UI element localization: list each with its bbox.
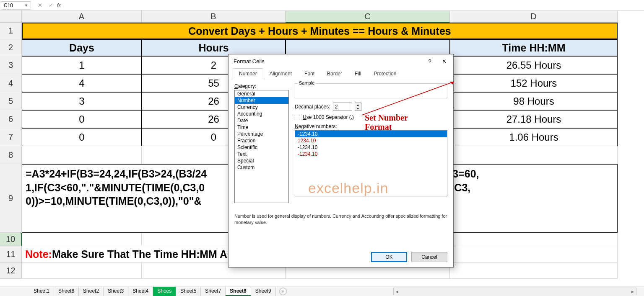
- cell-a3[interactable]: 1: [22, 56, 142, 74]
- select-all-corner[interactable]: [0, 11, 22, 23]
- category-item-general[interactable]: General: [235, 90, 288, 97]
- row-header-4[interactable]: 4: [0, 74, 22, 92]
- negative-option-0[interactable]: -1234.10: [295, 131, 447, 137]
- cell-d10[interactable]: [450, 233, 618, 246]
- cell-row8-3[interactable]: [450, 146, 618, 164]
- header-days[interactable]: Days: [22, 39, 142, 56]
- row-header-10[interactable]: 10: [0, 233, 22, 246]
- dialog-title: Format Cells: [234, 58, 265, 64]
- ok-button[interactable]: OK: [371, 252, 407, 262]
- category-item-special[interactable]: Special: [235, 157, 288, 164]
- annotation-text: Set NumberFormat: [365, 113, 408, 131]
- row-header-12[interactable]: 12: [0, 263, 22, 279]
- cell-d3[interactable]: 26.55 Hours: [450, 56, 618, 74]
- cell-d6[interactable]: 27.18 Hours: [450, 110, 618, 128]
- category-item-date[interactable]: Date: [235, 117, 288, 124]
- dialog-tab-fill[interactable]: Fill: [348, 68, 367, 79]
- thousand-separator-label: Use 1000 Separator (,): [303, 114, 354, 120]
- negative-option-1[interactable]: 1234.10: [295, 137, 447, 144]
- sample-label: Sample: [298, 80, 316, 85]
- name-box-dropdown-icon[interactable]: ▼: [24, 3, 28, 8]
- header-c[interactable]: [286, 39, 450, 56]
- cell-a7[interactable]: 0: [22, 128, 142, 146]
- row-header-6[interactable]: 6: [0, 110, 22, 128]
- dialog-tab-number[interactable]: Number: [233, 68, 263, 79]
- formula-bar: C10 ▼ ✕ ✓ fx: [0, 0, 644, 11]
- category-item-accounting[interactable]: Accounting: [235, 111, 288, 117]
- header-hours[interactable]: Hours: [142, 39, 286, 56]
- cell-d4[interactable]: 152 Hours: [450, 74, 618, 92]
- dialog-tab-border[interactable]: Border: [321, 68, 348, 79]
- category-item-scientific[interactable]: Scientific: [235, 144, 288, 151]
- svg-line-0: [362, 82, 454, 115]
- category-list[interactable]: GeneralNumberCurrencyAccountingDateTimeP…: [234, 90, 289, 203]
- watermark: excelhelp.in: [308, 180, 389, 196]
- category-item-percentage[interactable]: Percentage: [235, 131, 288, 137]
- sheet-tab-sheet1[interactable]: Sheet1: [29, 287, 54, 296]
- category-item-time[interactable]: Time: [235, 124, 288, 131]
- name-box[interactable]: C10 ▼: [1, 1, 31, 10]
- row-header-5[interactable]: 5: [0, 92, 22, 110]
- decimal-places-input[interactable]: [333, 103, 352, 111]
- category-label: Category:: [234, 83, 289, 89]
- scroll-right-icon[interactable]: ►: [629, 289, 636, 294]
- name-box-value: C10: [4, 3, 13, 8]
- cell-d7[interactable]: 1.06 Hours: [450, 128, 618, 146]
- cancel-button[interactable]: Cancel: [411, 252, 447, 262]
- category-item-custom[interactable]: Custom: [235, 164, 288, 171]
- cancel-formula-icon: ✕: [34, 1, 45, 10]
- cell-a4[interactable]: 4: [22, 74, 142, 92]
- dialog-help-icon[interactable]: ?: [424, 57, 436, 65]
- cell-d5[interactable]: 98 Hours: [450, 92, 618, 110]
- dialog-tab-alignment[interactable]: Alignment: [263, 68, 298, 79]
- col-header-B[interactable]: B: [142, 11, 286, 23]
- sheet-tab-sheet8[interactable]: Sheet8: [226, 287, 251, 296]
- sheet-tab-sheet7[interactable]: Sheet7: [201, 287, 226, 296]
- category-description: Number is used for general display of nu…: [234, 213, 447, 226]
- scroll-left-icon[interactable]: ◄: [394, 289, 400, 294]
- dialog-tab-protection[interactable]: Protection: [367, 68, 402, 79]
- category-item-currency[interactable]: Currency: [235, 104, 288, 111]
- cell-row12-0[interactable]: [22, 263, 142, 279]
- sheet-tab-bar: Sheet1Sheet6Sheet2Sheet3Sheet4ShoesSheet…: [0, 286, 644, 296]
- sheet-tab-sheet9[interactable]: Sheet9: [251, 287, 276, 296]
- cell-a10[interactable]: [22, 233, 142, 246]
- sheet-tab-shoes[interactable]: Shoes: [153, 287, 176, 296]
- cell-a5[interactable]: 3: [22, 92, 142, 110]
- horizontal-scrollbar[interactable]: ◄ ►: [393, 288, 636, 295]
- dialog-titlebar[interactable]: Format Cells ? ✕: [229, 54, 453, 68]
- row-header-11[interactable]: 11: [0, 246, 22, 263]
- sheet-tab-sheet3[interactable]: Sheet3: [104, 287, 128, 296]
- decimal-places-label: Decimal places:: [295, 104, 330, 110]
- sheet-tab-sheet2[interactable]: Sheet2: [79, 287, 104, 296]
- negative-option-3[interactable]: -1234.10: [295, 151, 447, 157]
- annotation-arrow: [360, 80, 456, 117]
- add-sheet-button[interactable]: +: [279, 288, 287, 295]
- row-header-7[interactable]: 7: [0, 128, 22, 146]
- dialog-close-icon[interactable]: ✕: [438, 57, 450, 65]
- col-header-C[interactable]: C: [286, 11, 450, 23]
- cell-row8-0[interactable]: [22, 146, 142, 164]
- title-cell[interactable]: Convert Days + Hours + Minutes == Hours …: [22, 23, 618, 39]
- note-label: Note:: [25, 248, 52, 260]
- fx-icon[interactable]: fx: [57, 3, 61, 8]
- row-header-8[interactable]: 8: [0, 146, 22, 164]
- col-header-A[interactable]: A: [22, 11, 142, 23]
- row-header-9[interactable]: 9: [0, 164, 22, 233]
- thousand-separator-checkbox[interactable]: [295, 115, 300, 120]
- category-item-text[interactable]: Text: [235, 151, 288, 157]
- cell-row12-3[interactable]: [450, 263, 618, 279]
- sheet-tab-sheet5[interactable]: Sheet5: [176, 287, 201, 296]
- row-header-1[interactable]: 1: [0, 23, 22, 39]
- negative-option-2[interactable]: -1234.10: [295, 144, 447, 151]
- sheet-tab-sheet6[interactable]: Sheet6: [54, 287, 79, 296]
- category-item-number[interactable]: Number: [235, 97, 288, 104]
- category-item-fraction[interactable]: Fraction: [235, 137, 288, 144]
- row-header-3[interactable]: 3: [0, 56, 22, 74]
- header-time[interactable]: Time HH:MM: [450, 39, 618, 56]
- row-header-2[interactable]: 2: [0, 39, 22, 56]
- col-header-D[interactable]: D: [450, 11, 618, 23]
- cell-a6[interactable]: 0: [22, 110, 142, 128]
- sheet-tab-sheet4[interactable]: Sheet4: [128, 287, 153, 296]
- dialog-tab-font[interactable]: Font: [298, 68, 321, 79]
